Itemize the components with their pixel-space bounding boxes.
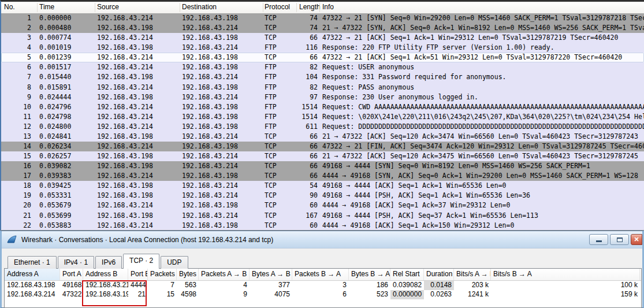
cell-time: 0.039082 xyxy=(39,161,95,171)
cell-source: 192.168.43.198 xyxy=(97,191,180,201)
conversations-dialog: Wireshark · Conversations · Local Area C… xyxy=(0,231,644,308)
cell-protocol: TCP xyxy=(265,161,289,171)
cell-protocol: FTP xyxy=(265,83,289,92)
column-header-no[interactable]: No. xyxy=(4,2,15,13)
packet-row-2[interactable]: 20.000480192.168.43.198192.168.43.214TCP… xyxy=(1,23,644,33)
packet-row-22[interactable]: 220.053883192.168.43.214192.168.43.198TC… xyxy=(1,221,644,230)
cell-destination: 192.168.43.214 xyxy=(182,23,263,33)
cell-no: 4 xyxy=(6,43,31,53)
cell-destination: 192.168.43.214 xyxy=(182,92,263,102)
cell-destination: 192.168.43.214 xyxy=(182,43,263,53)
packet-row-13[interactable]: 130.024841192.168.43.198192.168.43.214TC… xyxy=(1,132,644,142)
packet-row-21[interactable]: 210.053699192.168.43.198192.168.43.214TC… xyxy=(1,211,644,221)
packet-row-17[interactable]: 170.039383192.168.43.214192.168.43.198TC… xyxy=(1,171,644,181)
packet-row-8[interactable]: 80.015891192.168.43.214192.168.43.198FTP… xyxy=(1,83,644,92)
wireshark-fin-icon xyxy=(7,235,17,244)
cell-time: 0.001019 xyxy=(39,43,95,53)
packet-row-1[interactable]: 10.000000192.168.43.214192.168.43.198TCP… xyxy=(1,13,644,23)
packet-row-16[interactable]: 160.039082192.168.43.198192.168.43.214TC… xyxy=(1,161,644,171)
conv-column-header-bits-s-b-a[interactable]: Bits/s B → A xyxy=(491,269,640,280)
cell-time: 0.001517 xyxy=(39,62,95,72)
cell-source: 192.168.43.214 xyxy=(97,62,180,72)
conv-cell: 6 xyxy=(292,290,349,299)
conv-column-header-rel-start[interactable]: Rel Start xyxy=(390,269,424,280)
conversations-table: Address A▲Port AAddress BPort BPacketsBy… xyxy=(4,268,642,308)
conv-column-header-address-b[interactable]: Address B xyxy=(83,269,128,280)
tab-ipv41[interactable]: IPv4 · 1 xyxy=(58,256,94,269)
packet-row-14[interactable]: 140.026234192.168.43.214192.168.43.198TC… xyxy=(1,142,644,151)
column-header-length[interactable]: Length xyxy=(299,2,321,13)
conv-column-header-port-b[interactable]: Port B xyxy=(128,269,148,280)
cell-destination: 192.168.43.198 xyxy=(182,142,263,151)
cell-destination: 192.168.43.198 xyxy=(182,13,263,23)
cell-info: 47322 → 21 [ACK] Seq=1 Ack=51 Win=29312 … xyxy=(322,53,644,62)
maximize-button[interactable] xyxy=(610,234,629,245)
column-header-destination[interactable]: Destination xyxy=(182,2,217,13)
cell-no: 21 xyxy=(6,211,31,221)
cell-source: 192.168.43.198 xyxy=(97,72,180,82)
cell-protocol: TCP xyxy=(265,181,289,191)
conv-column-header-packets[interactable]: Packets xyxy=(148,269,177,280)
conversations-tabbar: Ethernet · 1IPv4 · 1IPv6TCP · 2UDP xyxy=(8,255,189,269)
cell-protocol: FTP xyxy=(265,62,289,72)
packet-row-6[interactable]: 60.001517192.168.43.214192.168.43.198FTP… xyxy=(1,62,644,72)
tab-tcp2[interactable]: TCP · 2 xyxy=(123,254,159,269)
packet-row-7[interactable]: 70.015440192.168.43.198192.168.43.214FTP… xyxy=(1,72,644,82)
tab-udp[interactable]: UDP xyxy=(161,256,188,269)
packet-row-3[interactable]: 30.000774192.168.43.214192.168.43.198TCP… xyxy=(1,33,644,43)
packet-row-18[interactable]: 180.039425192.168.43.198192.168.43.214TC… xyxy=(1,181,644,191)
column-header-protocol[interactable]: Protocol xyxy=(265,2,290,13)
cell-info: Response: 331 Password required for anon… xyxy=(322,72,644,82)
cell-length: 97 xyxy=(286,92,318,102)
cell-protocol: TCP xyxy=(265,191,289,201)
annotation-red-box xyxy=(82,280,147,306)
cell-time: 0.024444 xyxy=(39,92,95,102)
conv-column-header-packets-a-b[interactable]: Packets A → B xyxy=(199,269,250,280)
conv-column-header-port-a[interactable]: Port A xyxy=(60,269,83,280)
cell-no: 5 xyxy=(6,53,31,62)
cell-destination: 192.168.43.214 xyxy=(182,132,263,142)
conv-column-header-bytes-b-a[interactable]: Bytes B → A xyxy=(349,269,390,280)
packet-row-10[interactable]: 100.024796192.168.43.214192.168.43.198FT… xyxy=(1,102,644,112)
cell-source: 192.168.43.198 xyxy=(97,23,180,33)
cell-no: 18 xyxy=(6,181,31,191)
cell-source: 192.168.43.214 xyxy=(97,102,180,112)
close-button[interactable]: ✕ xyxy=(631,234,642,245)
conv-column-header-bytes-a-b[interactable]: Bytes A → B xyxy=(250,269,292,280)
packet-row-4[interactable]: 40.001019192.168.43.198192.168.43.214FTP… xyxy=(1,43,644,53)
cell-info: 47322 → 21 [SYN] Seq=0 Win=29200 Len=0 M… xyxy=(322,13,644,23)
column-header-source[interactable]: Source xyxy=(97,2,119,13)
packet-row-19[interactable]: 190.053331192.168.43.198192.168.43.214TC… xyxy=(1,191,644,201)
conv-column-header-bits-s-a-b[interactable]: Bits/s A → B xyxy=(454,269,491,280)
cell-source: 192.168.43.214 xyxy=(97,201,180,210)
packet-row-5[interactable]: 50.001239192.168.43.214192.168.43.198TCP… xyxy=(1,53,644,62)
conv-cell: 192.168.43.198 xyxy=(5,281,60,290)
cell-length: 104 xyxy=(286,72,318,82)
tab-ethernet1[interactable]: Ethernet · 1 xyxy=(8,256,57,269)
conv-cell: 0.000000 xyxy=(390,290,424,299)
packet-row-9[interactable]: 90.024444192.168.43.198192.168.43.214FTP… xyxy=(1,92,644,102)
column-header-info[interactable]: Info xyxy=(322,2,334,13)
packet-row-12[interactable]: 120.024800192.168.43.214192.168.43.198FT… xyxy=(1,122,644,132)
conv-cell: 4075 xyxy=(250,290,292,299)
column-header-time[interactable]: Time xyxy=(39,2,54,13)
conv-column-header-bytes[interactable]: Bytes xyxy=(177,269,199,280)
cell-length: 611 xyxy=(286,122,318,132)
tab-ipv6[interactable]: IPv6 xyxy=(95,256,122,269)
cell-source: 192.168.43.198 xyxy=(97,151,180,161)
conv-column-header-duration[interactable]: Duration xyxy=(424,269,454,280)
packet-row-20[interactable]: 200.053679192.168.43.214192.168.43.198TC… xyxy=(1,201,644,210)
cell-length: 116 xyxy=(286,43,318,53)
conv-column-header-address-a[interactable]: Address A▲ xyxy=(5,269,60,280)
cell-destination: 192.168.43.214 xyxy=(182,181,263,191)
packet-row-15[interactable]: 150.026257192.168.43.198192.168.43.214TC… xyxy=(1,151,644,161)
cell-info: 49168 → 4444 [PSH, ACK] Seq=37 Ack=1 Win… xyxy=(322,211,644,221)
dialog-titlebar[interactable]: Wireshark · Conversations · Local Area C… xyxy=(2,231,642,248)
conv-cell: 49168 xyxy=(60,281,83,290)
header-separator xyxy=(263,3,263,12)
conv-column-header-packets-b-a[interactable]: Packets B → A xyxy=(292,269,349,280)
packet-row-11[interactable]: 110.024798192.168.43.214192.168.43.198FT… xyxy=(1,112,644,122)
sort-ascending-icon: ▲ xyxy=(30,269,33,279)
cell-destination: 192.168.43.198 xyxy=(182,102,263,112)
minimize-button[interactable] xyxy=(589,234,608,245)
